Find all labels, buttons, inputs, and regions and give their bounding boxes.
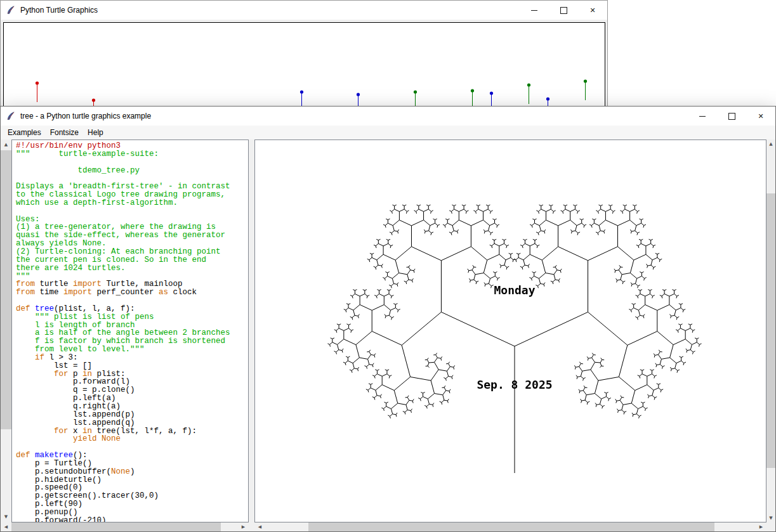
bottom-scroll-area: ◀ ▶ ◀ ▶ [1, 522, 775, 531]
code-line: tdemo_tree.py [16, 167, 248, 175]
scroll-down-arrow-icon[interactable]: ▼ [766, 514, 775, 522]
bg-window-title: Python Turtle Graphics [20, 6, 98, 15]
fg-window-title: tree - a Python turtle graphics example [20, 112, 151, 120]
scroll-up-arrow-icon[interactable]: ▲ [766, 139, 775, 148]
code-horizontal-scrollbar[interactable]: ◀ ▶ [1, 522, 249, 531]
fg-close-button[interactable]: ✕ [746, 107, 775, 126]
code-line: there are 1024 turtles. [16, 264, 248, 273]
demo-content: ▲ ▼ #!/usr/bin/env python3""" turtle-exa… [1, 139, 775, 522]
close-icon: ✕ [589, 6, 595, 15]
code-line: which use a depth-first-algorithm. [16, 199, 248, 207]
scroll-up-arrow-icon[interactable]: ▲ [1, 139, 11, 150]
code-line: from time import perf_counter as clock [16, 289, 248, 297]
menubar: Examples Fontsize Help [1, 126, 775, 139]
code-line: """ turtle-example-suite: [16, 150, 248, 159]
maximize-icon [560, 7, 567, 14]
canvas-vertical-scrollbar[interactable]: ▲ ▼ [766, 139, 775, 522]
scroll-left-arrow-icon[interactable]: ◀ [254, 522, 265, 531]
scroll-down-arrow-icon[interactable]: ▼ [1, 512, 11, 522]
bg-maximize-button[interactable] [549, 1, 578, 20]
minimize-icon [699, 116, 706, 117]
tk-feather-icon [6, 111, 16, 121]
code-line: p.forward(-210) [16, 517, 248, 522]
menu-fontsize[interactable]: Fontsize [46, 127, 83, 138]
scrollbar-corner [766, 522, 775, 531]
scrollbar-thumb[interactable] [308, 522, 714, 531]
desktop: Python Turtle Graphics ✕ tree [0, 0, 776, 532]
canvas-horizontal-scrollbar[interactable]: ◀ ▶ [254, 522, 766, 531]
pane-divider [249, 139, 254, 522]
close-icon: ✕ [758, 112, 763, 120]
scroll-right-arrow-icon[interactable]: ▶ [756, 522, 766, 531]
code-line [16, 207, 248, 216]
tk-feather-icon [6, 5, 16, 15]
bg-titlebar[interactable]: Python Turtle Graphics ✕ [1, 1, 607, 20]
bg-close-button[interactable]: ✕ [578, 1, 607, 20]
code-text: #!/usr/bin/env python3""" turtle-example… [12, 140, 248, 522]
code-line: yield None [16, 435, 248, 443]
maximize-icon [728, 113, 735, 120]
fg-titlebar[interactable]: tree - a Python turtle graphics example … [1, 107, 775, 126]
scrollbar-thumb[interactable] [1, 150, 11, 429]
minimize-icon [531, 10, 537, 11]
tree-drawing-canvas [255, 140, 766, 522]
drawing-canvas-pane[interactable] [254, 139, 766, 522]
scroll-left-arrow-icon[interactable]: ◀ [1, 522, 11, 531]
scrollbar-thumb[interactable] [766, 193, 775, 468]
scrollbar-thumb[interactable] [11, 522, 221, 531]
tree-demo-window: tree - a Python turtle graphics example … [0, 106, 776, 532]
fg-caption-buttons: ✕ [688, 107, 775, 126]
bg-caption-buttons: ✕ [520, 1, 607, 20]
scroll-right-arrow-icon[interactable]: ▶ [238, 522, 249, 531]
bg-minimize-button[interactable] [520, 1, 549, 20]
menu-help[interactable]: Help [83, 127, 108, 138]
code-vertical-scrollbar[interactable]: ▲ ▼ [1, 139, 11, 522]
menu-examples[interactable]: Examples [3, 127, 46, 138]
fg-maximize-button[interactable] [717, 107, 746, 126]
code-editor[interactable]: #!/usr/bin/env python3""" turtle-example… [11, 139, 249, 522]
fg-minimize-button[interactable] [688, 107, 717, 126]
